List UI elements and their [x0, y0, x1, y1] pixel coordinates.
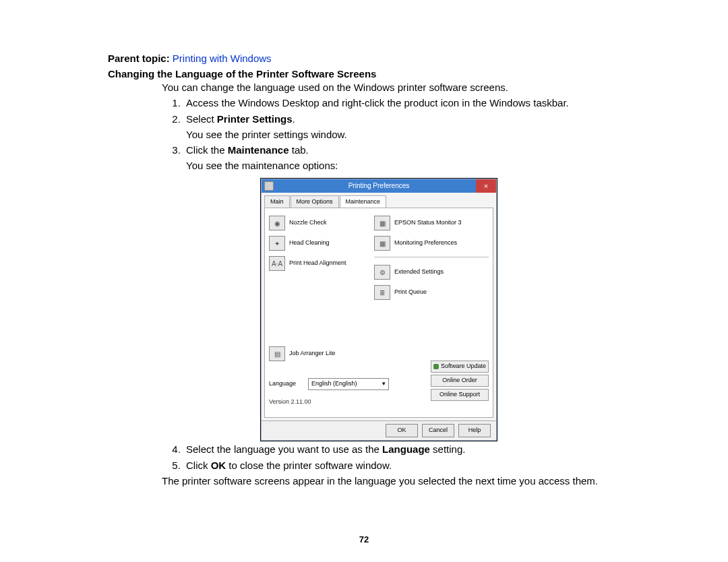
nozzle-check-button[interactable]: ◉Nozzle Check [269, 215, 384, 231]
page-number: 72 [0, 534, 728, 544]
update-icon [433, 364, 439, 369]
online-order-button[interactable]: Online Order [431, 375, 489, 387]
nozzle-check-icon: ◉ [269, 216, 285, 230]
language-label: Language [269, 379, 296, 389]
chevron-down-icon: ▾ [382, 379, 386, 389]
online-support-button[interactable]: Online Support [431, 389, 489, 401]
parent-topic-label: Parent topic: [108, 53, 173, 64]
tab-maintenance[interactable]: Maintenance [340, 195, 387, 208]
close-button[interactable]: × [476, 179, 496, 193]
tab-more-options[interactable]: More Options [291, 195, 339, 208]
document-page: Parent topic: Printing with Windows Chan… [0, 0, 728, 562]
language-value: English (English) [311, 379, 357, 389]
language-row: Language English (English) ▾ [269, 378, 389, 390]
status-monitor-icon: ▦ [374, 216, 390, 230]
software-update-button[interactable]: Software Update [431, 361, 489, 373]
intro-text: You can change the language used on the … [162, 80, 647, 95]
monitoring-icon: ▦ [374, 236, 390, 251]
step-4: Select the language you want to use as t… [183, 441, 647, 457]
head-cleaning-icon: ✦ [269, 236, 285, 251]
right-column: ▦EPSON Status Monitor 3 ▦Monitoring Pref… [374, 215, 489, 305]
ok-button[interactable]: OK [386, 424, 418, 437]
left-column: ◉Nozzle Check ✦Head Cleaning A·APrint He… [269, 215, 384, 276]
monitoring-preferences-button[interactable]: ▦Monitoring Preferences [374, 235, 489, 251]
job-arranger-button[interactable]: ▤Job Arranger Lite [269, 346, 336, 362]
print-queue-button[interactable]: ≣Print Queue [374, 284, 489, 301]
right-buttons: Software Update Online Order Online Supp… [431, 361, 489, 401]
dialog-titlebar: Printing Preferences × [262, 179, 496, 193]
alignment-icon: A·A [269, 256, 285, 271]
tab-main[interactable]: Main [264, 195, 290, 208]
step-3: Click the Maintenance tab. You see the m… [183, 142, 647, 441]
head-cleaning-button[interactable]: ✦Head Cleaning [269, 235, 384, 251]
job-arranger-icon: ▤ [269, 346, 285, 361]
print-head-alignment-button[interactable]: A·APrint Head Alignment [269, 255, 384, 272]
parent-topic-link[interactable]: Printing with Windows [173, 53, 272, 64]
cancel-button[interactable]: Cancel [422, 424, 454, 437]
language-dropdown[interactable]: English (English) ▾ [308, 378, 389, 390]
help-button[interactable]: Help [458, 424, 491, 437]
dialog-title-text: Printing Preferences [348, 182, 410, 189]
tab-strip: Main More Options Maintenance [264, 195, 493, 208]
step-2-result: You see the printer settings window. [186, 127, 647, 142]
step-2: Select Printer Settings. You see the pri… [183, 111, 647, 143]
section-heading: Changing the Language of the Printer Sof… [108, 68, 647, 80]
status-monitor-button[interactable]: ▦EPSON Status Monitor 3 [374, 215, 489, 231]
extended-settings-button[interactable]: ⚙Extended Settings [374, 264, 489, 280]
print-queue-icon: ≣ [374, 285, 390, 300]
parent-topic-line: Parent topic: Printing with Windows [108, 53, 647, 64]
window-icon [264, 181, 274, 191]
divider [374, 257, 489, 257]
version-label: Version 2.11.00 [269, 398, 311, 407]
dialog-screenshot: Printing Preferences × Main More Options… [260, 178, 497, 442]
extended-settings-icon: ⚙ [374, 265, 390, 280]
steps-list: Access the Windows Desktop and right-cli… [108, 95, 647, 473]
step-3-result: You see the maintenance options: [186, 158, 647, 173]
conclusion-text: The printer software screens appear in t… [162, 473, 647, 489]
dialog-footer: OK Cancel Help [262, 420, 496, 440]
tab-panel-maintenance: ◉Nozzle Check ✦Head Cleaning A·APrint He… [264, 208, 493, 418]
step-1: Access the Windows Desktop and right-cli… [183, 95, 647, 111]
step-5: Click OK to close the printer software w… [183, 458, 647, 473]
printing-preferences-dialog: Printing Preferences × Main More Options… [261, 179, 497, 441]
